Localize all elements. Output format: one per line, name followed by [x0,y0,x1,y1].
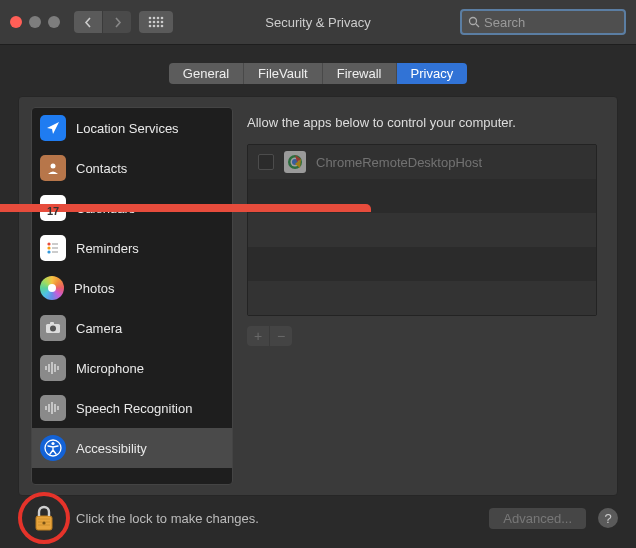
app-name: ChromeRemoteDesktopHost [316,155,482,170]
search-icon [468,16,480,28]
svg-point-14 [51,164,56,169]
svg-point-3 [161,17,164,20]
svg-point-4 [149,21,152,24]
titlebar: Security & Privacy Search [0,0,636,45]
svg-point-12 [470,18,477,25]
contacts-icon [40,155,66,181]
location-icon [40,115,66,141]
sidebar-item-label: Accessibility [76,441,147,456]
show-all-button[interactable] [139,11,173,33]
grid-icon [148,16,164,28]
svg-point-16 [47,246,50,249]
sidebar-item-label: Location Services [76,121,179,136]
tab-filevault[interactable]: FileVault [244,63,323,84]
speech-icon [40,395,66,421]
app-row: ChromeRemoteDesktopHost [248,145,596,179]
sidebar-item-label: Speech Recognition [76,401,192,416]
sidebar-item-reminders[interactable]: Reminders [32,228,232,268]
sidebar-item-speech[interactable]: Speech Recognition [32,388,232,428]
svg-rect-23 [50,322,54,325]
svg-line-13 [476,24,479,27]
sidebar-item-location[interactable]: Location Services [32,108,232,148]
svg-point-1 [153,17,156,20]
svg-point-17 [47,250,50,253]
sidebar-item-calendars[interactable]: 17 Calendars [32,188,232,228]
nav-buttons [74,11,131,33]
close-button[interactable] [10,16,22,28]
sidebar-item-label: Microphone [76,361,144,376]
svg-point-2 [157,17,160,20]
add-button[interactable]: + [247,326,270,346]
svg-point-7 [161,21,164,24]
tab-privacy[interactable]: Privacy [397,63,468,84]
photos-icon [40,276,64,300]
app-checkbox[interactable] [258,154,274,170]
sidebar-item-microphone[interactable]: Microphone [32,348,232,388]
app-list: ChromeRemoteDesktopHost [247,144,597,316]
accessibility-icon [40,435,66,461]
window-controls [10,16,60,28]
svg-point-0 [149,17,152,20]
reminders-icon [40,235,66,261]
help-button[interactable]: ? [598,508,618,528]
chevron-left-icon [84,17,93,28]
minimize-button[interactable] [29,16,41,28]
window-title: Security & Privacy [265,15,370,30]
remove-button[interactable]: − [270,326,292,346]
svg-point-15 [47,242,50,245]
chevron-right-icon [113,17,122,28]
sidebar-item-accessibility[interactable]: Accessibility [32,428,232,468]
sidebar-item-label: Reminders [76,241,139,256]
svg-point-43 [42,521,45,524]
sidebar-item-photos[interactable]: Photos [32,268,232,308]
privacy-sidebar: Location Services Contacts 17 Calendars … [31,107,233,485]
sidebar-item-label: Contacts [76,161,127,176]
search-placeholder: Search [484,15,525,30]
svg-point-22 [50,326,56,332]
sidebar-item-label: Photos [74,281,114,296]
forward-button[interactable] [103,11,131,33]
svg-point-11 [161,25,164,28]
lock-icon[interactable] [32,504,56,532]
back-button[interactable] [74,11,102,33]
advanced-button[interactable]: Advanced... [489,508,586,529]
calendar-icon: 17 [40,195,66,221]
lock-highlight-ring [18,492,70,544]
content-panel: Location Services Contacts 17 Calendars … [18,96,618,496]
footer: Click the lock to make changes. Advanced… [0,488,636,548]
lock-text: Click the lock to make changes. [76,511,259,526]
chrome-remote-desktop-icon [284,151,306,173]
tab-bar: General FileVault Firewall Privacy [0,45,636,92]
tab-firewall[interactable]: Firewall [323,63,397,84]
tab-general[interactable]: General [169,63,244,84]
svg-point-6 [157,21,160,24]
svg-point-5 [153,21,156,24]
sidebar-item-camera[interactable]: Camera [32,308,232,348]
main-area: Allow the apps below to control your com… [233,107,605,485]
zoom-button[interactable] [48,16,60,28]
microphone-icon [40,355,66,381]
camera-icon [40,315,66,341]
sidebar-item-contacts[interactable]: Contacts [32,148,232,188]
sidebar-item-label: Camera [76,321,122,336]
section-description: Allow the apps below to control your com… [247,111,597,144]
svg-point-8 [149,25,152,28]
svg-point-10 [157,25,160,28]
svg-point-35 [51,442,54,445]
add-remove-controls: + − [247,326,597,346]
svg-point-9 [153,25,156,28]
search-input[interactable]: Search [460,9,626,35]
